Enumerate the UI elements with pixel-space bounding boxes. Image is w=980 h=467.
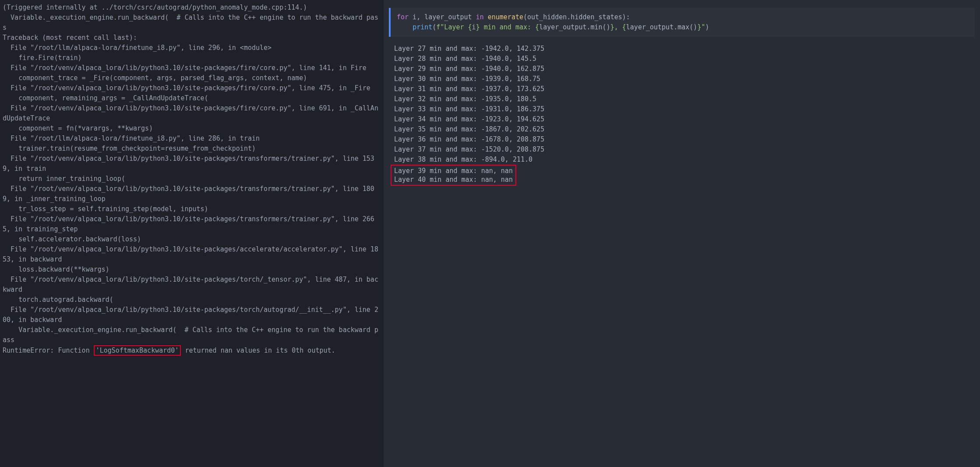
traceback-body: (Triggered internally at ../torch/csrc/a… [3, 4, 378, 344]
fn-print: print [412, 23, 432, 31]
runtime-error-suffix: returned nan values in its 0th output. [181, 347, 335, 354]
var-i: i [409, 13, 416, 21]
kw-for: for [397, 13, 409, 21]
code-cell[interactable]: for i, layer_output in enumerate(out_hid… [389, 8, 975, 37]
kw-in: in [476, 13, 484, 21]
terminal-traceback[interactable]: (Triggered internally at ../torch/csrc/a… [0, 0, 381, 467]
highlight-logsoftmax: 'LogSoftmaxBackward0' [94, 345, 181, 356]
highlight-nan-layers: Layer 39 min and max: nan, nan Layer 40 … [391, 165, 516, 186]
enum-args: (out_hidden.hidden_states): [523, 13, 630, 21]
fn-enumerate: enumerate [488, 13, 523, 21]
var-layer-output: , layer_output [416, 13, 476, 21]
fstring-mid: min and max: [480, 23, 535, 31]
fstring-expr-max: layer_output.max() [626, 23, 698, 31]
fstring-sep: , [614, 23, 622, 31]
fstring-start: f"Layer [436, 23, 468, 31]
fstring-expr-min: layer_output.min() [539, 23, 610, 31]
output-normal-lines: Layer 27 min and max: -1942.0, 142.375 L… [394, 45, 544, 163]
notebook-pane: for i, layer_output in enumerate(out_hid… [384, 0, 980, 467]
runtime-error-prefix: RuntimeError: Function [3, 347, 94, 354]
cell-output[interactable]: Layer 27 min and max: -1942.0, 142.375 L… [384, 41, 980, 190]
fstring-var-i: i [472, 23, 476, 31]
